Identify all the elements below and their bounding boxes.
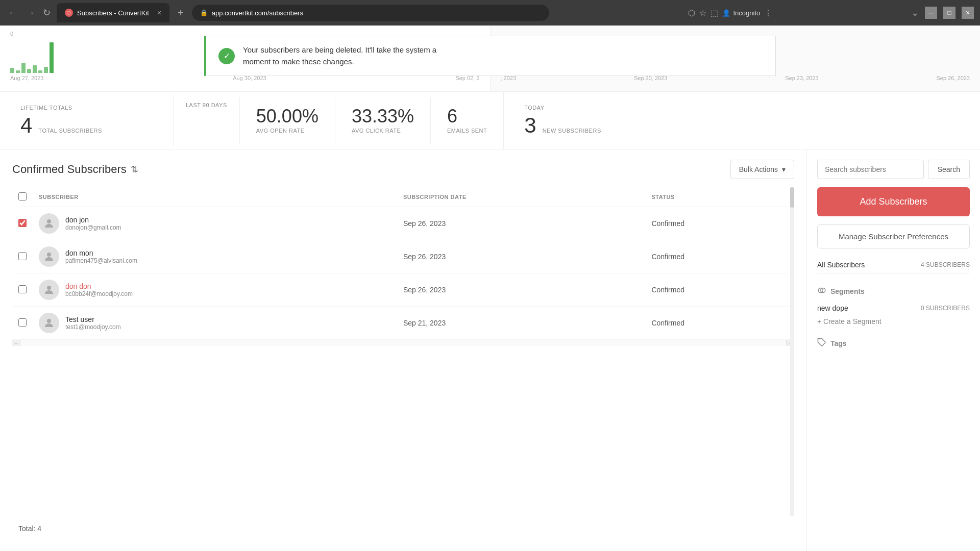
address-bar[interactable]: 🔒 app.convertkit.com/subscribers [192,5,549,21]
segment-name: new dope [817,304,848,312]
subscriber-email: pafimen475@alvisani.com [65,257,137,264]
row-checkbox[interactable] [18,252,27,260]
all-subscribers-row[interactable]: All Subscribers 4 SUBSCRIBERS [817,257,970,273]
search-input[interactable] [817,160,924,179]
segments-title-area: Segments [817,286,970,297]
tab-favicon: ⬡ [65,9,73,17]
subscriber-info: don jon donojon@gmail.com [39,213,391,234]
emails-sent-label: EMAILS SENT [447,128,487,134]
table-body: don jon donojon@gmail.com Sep 26, 2023 C… [12,207,794,340]
emails-sent-stat: 6 EMAILS SENT [431,97,503,144]
svg-point-2 [47,286,51,290]
subscriber-details: don don bc0bb24f@moodjoy.com [65,282,133,297]
bulk-actions-chevron: ▾ [782,165,786,173]
subscriber-email: test1@moodjoy.com [65,323,121,331]
table-header: SUBSCRIBER SUBSCRIPTION DATE STATUS [12,187,794,207]
status: Confirmed [645,273,794,307]
nav-refresh-button[interactable]: ↻ [41,5,53,20]
last90-label: LAST 90 DAYS [186,102,227,108]
subscriber-name: don jon [65,216,121,224]
new-subscribers-value: 3 [524,115,536,136]
segment-count: 0 SUBSCRIBERS [921,305,970,312]
chart-zero-label: 0 [10,31,13,37]
segments-icon [817,286,826,297]
status: Confirmed [645,307,794,340]
add-subscribers-button[interactable]: Add Subscribers [817,187,970,216]
svg-point-1 [47,253,51,257]
total-label: Total: 4 [18,524,41,533]
status: Confirmed [645,207,794,240]
browser-actions: ⬡ ☆ ⬚ 👤Incognito ⋮ [688,8,773,18]
search-button-label: Search [938,165,960,173]
notification-banner: ✓ Your subscribers are being deleted. It… [204,36,776,76]
page: 0 Aug 27, 2023 Aug 30, 2023 Sep 02, 2 ✓ [0,26,980,551]
row-checkbox[interactable] [18,318,27,327]
minimize-button[interactable]: – [925,7,937,19]
chart-bar [33,65,37,73]
subscription-date: Sep 26, 2023 [397,207,645,240]
right-panel: Search Add Subscribers Manage Subscriber… [806,149,980,551]
subscriber-info: Test user test1@moodjoy.com [39,313,391,333]
emails-sent-value: 6 [447,107,457,126]
chart-bar-highlight [50,42,54,73]
bookmark-icon[interactable]: ☆ [699,8,706,18]
bulk-actions-button[interactable]: Bulk Actions ▾ [730,160,794,179]
close-window-button[interactable]: × [962,7,974,19]
lifetime-stats: LIFETIME TOTALS 4 TOTAL SUBSCRIBERS [0,94,174,146]
new-tab-button[interactable]: + [174,5,188,21]
menu-icon[interactable]: ⋮ [764,8,772,18]
subscribers-table: SUBSCRIBER SUBSCRIPTION DATE STATUS [12,187,794,340]
all-subscribers-label: All Subscribers [817,261,865,269]
subscription-date: Sep 26, 2023 [397,273,645,307]
subscriber-info: don mon pafimen475@alvisani.com [39,246,391,267]
row-checkbox[interactable] [18,285,27,293]
today-label: TODAY [524,105,636,111]
avg-click-rate-stat: 33.33% AVG CLICK RATE [335,97,431,144]
window-icon[interactable]: ⬚ [710,8,718,18]
search-area: Search [817,160,970,179]
manage-preferences-button[interactable]: Manage Subscriber Preferences [817,224,970,248]
scroll-left-button[interactable]: ← [12,340,20,346]
avg-open-rate-label: AVG OPEN RATE [256,128,305,134]
tags-title-text: Tags [830,339,847,347]
segments-title-text: Segments [830,287,865,295]
tab-title: Subscribers - ConvertKit [77,9,149,17]
subscriber-name-link[interactable]: don don [65,282,133,290]
subscriber-details: don mon pafimen475@alvisani.com [65,249,137,264]
cast-icon[interactable]: ⬡ [688,8,695,18]
notification-message: Your subscribers are being deleted. It'l… [243,44,436,67]
chart-bar [10,68,14,73]
vertical-scrollbar[interactable] [790,187,794,516]
last90-stats: LAST 90 DAYS 50.00% AVG OPEN RATE 33.33%… [174,92,504,149]
chevron-down-icon[interactable]: ⌄ [911,7,919,18]
col-subscriber-header: SUBSCRIBER [33,187,397,207]
subscriber-details: Test user test1@moodjoy.com [65,315,121,331]
select-all-checkbox[interactable] [18,192,27,201]
chart-area: 0 Aug 27, 2023 Aug 30, 2023 Sep 02, 2 ✓ [0,26,980,92]
tab-close-button[interactable]: × [157,9,161,17]
url-text: app.convertkit.com/subscribers [212,9,303,17]
chart-bar [21,63,26,73]
row-checkbox[interactable] [18,219,27,227]
create-segment-link[interactable]: + Create a Segment [817,317,970,325]
col-date-header: SUBSCRIPTION DATE [397,187,645,207]
nav-back-button[interactable]: ← [6,6,19,20]
avg-open-rate-value: 50.00% [256,107,318,126]
svg-point-0 [47,219,51,223]
nav-forward-button[interactable]: → [23,6,37,20]
table-row: don jon donojon@gmail.com Sep 26, 2023 C… [12,207,794,240]
avg-click-rate-value: 33.33% [352,107,414,126]
sort-icon[interactable]: ⇅ [131,164,138,175]
stats-bar: LIFETIME TOTALS 4 TOTAL SUBSCRIBERS LAST… [0,92,980,149]
avg-click-rate-label: AVG CLICK RATE [352,128,401,134]
tag-icon [817,338,826,349]
bulk-actions-label: Bulk Actions [739,165,778,173]
panel-title-area: Confirmed Subscribers ⇅ [12,163,138,176]
lifetime-totals-label: LIFETIME TOTALS [20,105,153,111]
browser-tab[interactable]: ⬡ Subscribers - ConvertKit × [57,3,169,22]
segment-row[interactable]: new dope 0 SUBSCRIBERS [817,302,970,314]
subscriber-table-container[interactable]: SUBSCRIBER SUBSCRIPTION DATE STATUS [12,187,794,516]
maximize-button[interactable]: □ [943,7,955,19]
search-button[interactable]: Search [928,160,970,179]
scrollbar-thumb[interactable] [790,187,794,208]
